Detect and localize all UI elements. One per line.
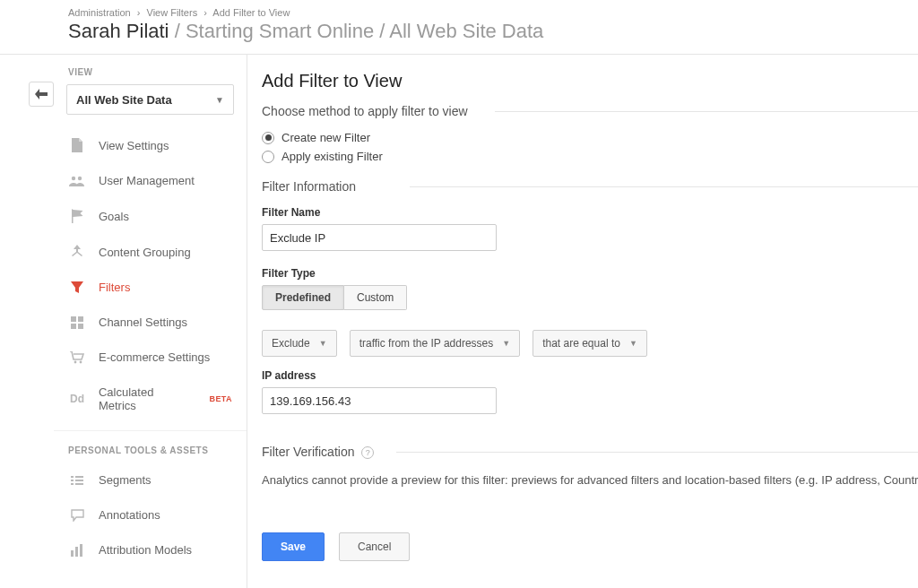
filter-verification-heading: Filter Verification ? bbox=[262, 445, 918, 459]
flag-icon bbox=[68, 209, 86, 223]
svg-rect-11 bbox=[75, 480, 83, 481]
sidebar-item-goals[interactable]: Goals bbox=[54, 198, 247, 234]
sidebar-item-label: View Settings bbox=[99, 139, 169, 152]
sidebar-item-attribution-models[interactable]: Attribution Models bbox=[54, 532, 247, 567]
filter-type-custom[interactable]: Custom bbox=[344, 285, 407, 310]
svg-rect-14 bbox=[71, 550, 74, 557]
sidebar-item-label: Attribution Models bbox=[99, 543, 192, 557]
method-heading: Choose method to apply filter to view bbox=[262, 104, 918, 118]
page-title-path: Sarah Pilati / Starting Smart Online / A… bbox=[68, 20, 918, 43]
sidebar-item-label: Channel Settings bbox=[99, 316, 187, 329]
filter-name-label: Filter Name bbox=[262, 206, 918, 219]
page-icon bbox=[68, 138, 86, 152]
sidebar-personal-label: PERSONAL TOOLS & ASSETS bbox=[54, 438, 247, 463]
chevron-down-icon: ▼ bbox=[502, 339, 510, 348]
radio-icon bbox=[262, 132, 274, 144]
sidebar-item-segments[interactable]: Segments bbox=[54, 463, 247, 497]
svg-rect-15 bbox=[75, 547, 78, 557]
chevron-down-icon: ▼ bbox=[215, 95, 224, 105]
sidebar-item-annotations[interactable]: Annotations bbox=[54, 497, 247, 532]
sidebar-item-label: E-commerce Settings bbox=[99, 350, 210, 364]
page-title: Add Filter to View bbox=[262, 71, 918, 91]
filter-verification-text: Analytics cannot provide a preview for t… bbox=[262, 471, 918, 489]
svg-rect-8 bbox=[71, 476, 74, 478]
sidebar-item-channel-settings[interactable]: Channel Settings bbox=[54, 305, 247, 340]
radio-label: Apply existing Filter bbox=[281, 150, 383, 163]
chevron-down-icon: ▼ bbox=[629, 339, 637, 348]
svg-rect-2 bbox=[71, 316, 76, 322]
breadcrumb: Administration › View Filters › Add Filt… bbox=[68, 7, 918, 18]
filter-type-label: Filter Type bbox=[262, 267, 918, 280]
sidebar: VIEW All Web Site Data ▼ View Settings U… bbox=[54, 55, 247, 588]
filter-source-dropdown[interactable]: traffic from the IP addresses ▼ bbox=[350, 330, 521, 357]
svg-rect-16 bbox=[80, 544, 82, 557]
radio-icon bbox=[262, 151, 274, 163]
users-icon bbox=[68, 176, 86, 186]
svg-rect-4 bbox=[71, 324, 76, 329]
dropdown-value: Exclude bbox=[272, 337, 310, 350]
radio-create-new[interactable]: Create new Filter bbox=[262, 131, 918, 144]
svg-rect-9 bbox=[75, 476, 83, 478]
filter-name-input[interactable] bbox=[262, 224, 497, 251]
sidebar-item-view-settings[interactable]: View Settings bbox=[54, 127, 247, 163]
sidebar-item-label: Annotations bbox=[99, 508, 160, 522]
svg-rect-13 bbox=[75, 483, 83, 485]
funnel-icon bbox=[68, 281, 86, 294]
filter-action-dropdown[interactable]: Exclude ▼ bbox=[262, 330, 337, 357]
sidebar-item-label: Calculated Metrics bbox=[99, 385, 195, 412]
sidebar-item-label: Content Grouping bbox=[99, 246, 191, 259]
filter-match-dropdown[interactable]: that are equal to ▼ bbox=[533, 330, 647, 357]
breadcrumb-administration[interactable]: Administration bbox=[68, 7, 131, 18]
radio-label: Create new Filter bbox=[281, 131, 370, 144]
svg-rect-5 bbox=[78, 324, 83, 329]
dd-icon: Dd bbox=[68, 393, 86, 405]
svg-point-6 bbox=[74, 360, 77, 363]
ip-address-label: IP address bbox=[262, 369, 918, 382]
help-icon[interactable]: ? bbox=[361, 446, 374, 459]
segments-icon bbox=[68, 475, 86, 486]
view-selector[interactable]: All Web Site Data ▼ bbox=[66, 84, 234, 115]
content: Add Filter to View Choose method to appl… bbox=[247, 55, 918, 588]
sidebar-item-content-grouping[interactable]: Content Grouping bbox=[54, 234, 247, 270]
breadcrumb-current: Add Filter to View bbox=[212, 7, 290, 18]
title-property: Starting Smart Online bbox=[186, 20, 374, 42]
cart-icon bbox=[68, 351, 86, 364]
back-button[interactable] bbox=[29, 82, 54, 107]
svg-point-1 bbox=[78, 176, 82, 179]
sidebar-item-filters[interactable]: Filters bbox=[54, 270, 247, 305]
save-button[interactable]: Save bbox=[262, 532, 325, 561]
svg-rect-10 bbox=[71, 480, 74, 481]
branch-icon bbox=[68, 245, 86, 259]
sidebar-item-user-management[interactable]: User Management bbox=[54, 163, 247, 198]
sidebar-item-label: Filters bbox=[99, 281, 130, 294]
filter-info-heading: Filter Information bbox=[262, 179, 918, 194]
svg-rect-12 bbox=[71, 483, 74, 485]
svg-rect-3 bbox=[78, 316, 83, 322]
sidebar-item-label: Segments bbox=[99, 473, 152, 487]
view-selector-value: All Web Site Data bbox=[76, 93, 172, 107]
beta-badge: BETA bbox=[210, 394, 232, 403]
sidebar-section-label: VIEW bbox=[54, 67, 247, 84]
svg-point-7 bbox=[80, 360, 82, 363]
title-account: Sarah Pilati bbox=[68, 20, 169, 42]
svg-point-0 bbox=[72, 176, 75, 179]
ip-address-input[interactable] bbox=[262, 387, 497, 414]
sidebar-item-label: Goals bbox=[99, 210, 129, 223]
filter-type-toggle: Predefined Custom bbox=[262, 285, 918, 310]
radio-apply-existing[interactable]: Apply existing Filter bbox=[262, 150, 918, 163]
filter-type-predefined[interactable]: Predefined bbox=[262, 285, 344, 310]
header: Administration › View Filters › Add Filt… bbox=[0, 0, 918, 55]
dropdown-value: that are equal to bbox=[542, 337, 620, 350]
sidebar-item-label: User Management bbox=[99, 174, 195, 187]
cancel-button[interactable]: Cancel bbox=[339, 532, 410, 561]
dropdown-value: traffic from the IP addresses bbox=[359, 337, 494, 350]
back-arrow-icon bbox=[35, 89, 48, 99]
sidebar-item-ecommerce-settings[interactable]: E-commerce Settings bbox=[54, 340, 247, 375]
breadcrumb-view-filters[interactable]: View Filters bbox=[147, 7, 198, 18]
sidebar-item-calculated-metrics[interactable]: Dd Calculated Metrics BETA bbox=[54, 375, 247, 423]
speech-icon bbox=[68, 509, 86, 522]
chevron-down-icon: ▼ bbox=[319, 339, 327, 348]
title-view: All Web Site Data bbox=[389, 20, 543, 42]
bars-icon bbox=[68, 544, 86, 557]
grid-icon bbox=[68, 316, 86, 329]
